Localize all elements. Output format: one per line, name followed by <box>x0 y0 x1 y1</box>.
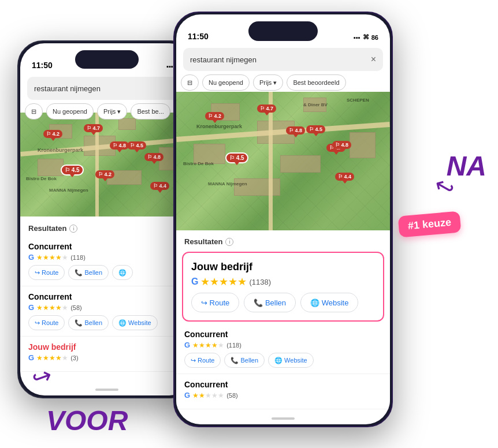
web-btn-1-before[interactable]: 🌐 <box>112 265 133 280</box>
filter-best-label-after: Best beoordeeld <box>293 79 339 86</box>
map-pin-6-before: ⚐ 4.2 <box>95 170 114 178</box>
time-after: 11:50 <box>188 32 209 41</box>
building-4 <box>38 159 64 176</box>
map-pin-1-before: ⚐ 4.2 <box>43 130 62 138</box>
filter-price-label-before: Prijs ▾ <box>103 108 121 115</box>
map-pin-main-before: ⚐ 4.5 <box>61 165 84 176</box>
web-btn-highlighted-after[interactable]: 🌐 Website <box>300 293 358 312</box>
results-info-icon-before: i <box>69 225 77 233</box>
map-after[interactable]: Kronenburgerpark Bistro De Bok & Diner B… <box>176 92 390 230</box>
restaurant-name-3-before: Jouw bedrijf <box>28 342 185 352</box>
phone-after: 11:50 ▪▪▪ ⌘ 86 restaurant nijmegen × ⊟ N… <box>173 12 393 427</box>
search-query-after: restaurant nijmegen <box>190 55 257 64</box>
wifi-icon-after: ⌘ <box>363 33 369 41</box>
filter-open-label-after: Nu geopend <box>209 79 243 86</box>
call-btn-2-before[interactable]: 📞 Bellen <box>68 315 109 330</box>
stars-1-before: ★★★★★ <box>36 253 68 262</box>
route-btn-1-before[interactable]: ↪ Route <box>28 265 65 280</box>
google-logo-2-after: G <box>184 391 190 400</box>
filter-icon-btn-before[interactable]: ⊟ <box>25 103 43 120</box>
search-bar-before[interactable]: restaurant nijmegen <box>27 77 187 100</box>
dynamic-island-after <box>248 21 318 41</box>
map-manna-label-after: MANNA Nijmegen <box>208 181 247 186</box>
stars-highlighted-after: ★★★★★ <box>200 275 247 288</box>
restaurant-name-2-before: Concurrent <box>28 292 185 301</box>
status-icons-after: ▪▪▪ ⌘ 86 <box>354 33 378 41</box>
scene: ↩ VOOR NA ↩ #1 keuze 11:50 ▪▪▪ ⌘ restaur… <box>0 0 498 448</box>
map-schepen-label-after: SCHEPEN <box>347 98 369 103</box>
restaurant-item-2-before: Concurrent G ★★★★★ (58) ↪ Route 📞 Bellen… <box>20 286 194 337</box>
restaurant-item-2-after: Concurrent G ★★★★★ (58) <box>176 374 390 409</box>
restaurant-name-1-before: Concurrent <box>28 242 185 251</box>
google-logo-1-after: G <box>184 341 190 349</box>
map-before[interactable]: Kronenburgerpark Bistro De Bok MANNA Nij… <box>20 113 194 216</box>
rating-count-1-after: (118) <box>226 342 241 349</box>
rating-count-highlighted-after: (1138) <box>249 278 271 286</box>
stars-2-after: ★★★★★ <box>192 391 224 400</box>
map-pin-7-before: ⚐ 4.4 <box>150 182 169 190</box>
rating-row-2-before: G ★★★★★ (58) <box>28 303 185 312</box>
call-btn-1-after[interactable]: 📞 Bellen <box>224 353 265 368</box>
keuze-badge: #1 keuze <box>398 211 462 237</box>
phone-after-inner: 11:50 ▪▪▪ ⌘ 86 restaurant nijmegen × ⊟ N… <box>176 14 390 424</box>
route-btn-highlighted-after[interactable]: ↪ Route <box>191 293 239 312</box>
google-logo-highlighted-after: G <box>191 277 198 287</box>
map-bistro-label-before: Bistro De Bok <box>26 176 57 181</box>
map-pin-3-after: ⚐ 4.8 <box>286 126 305 135</box>
time-before: 11:50 <box>32 61 53 70</box>
google-logo-1-before: G <box>28 253 34 262</box>
google-logo-3-before: G <box>28 353 34 362</box>
road-a-2 <box>269 92 273 230</box>
map-pin-3-before: ⚐ 4.8 <box>110 141 129 150</box>
web-btn-2-before[interactable]: 🌐 Website <box>112 315 158 330</box>
search-bar-after[interactable]: restaurant nijmegen × <box>183 48 383 71</box>
filter-price-after[interactable]: Prijs ▾ <box>253 74 283 91</box>
results-section-before: Resultaten i Concurrent G ★★★★★ (118) ↪ … <box>20 219 194 372</box>
building-a-6 <box>350 132 376 158</box>
map-pin-1-after: ⚐ 4.2 <box>205 112 224 120</box>
highlighted-card-after: Jouw bedrijf G ★★★★★ (1138) ↪ Route 📞 Be… <box>182 252 384 322</box>
search-close-after[interactable]: × <box>371 54 376 65</box>
filter-bar-after: ⊟ Nu geopend Prijs ▾ Best beoordeeld <box>181 74 385 91</box>
filter-bar-before: ⊟ Nu geopend Prijs ▾ Best be... <box>25 103 189 120</box>
results-label-before: Resultaten <box>28 224 66 233</box>
dynamic-island-before <box>75 50 139 69</box>
results-label-after: Resultaten <box>184 237 222 246</box>
map-manna-label-before: MANNA Nijmegen <box>49 188 88 193</box>
filter-open-before[interactable]: Nu geopend <box>46 103 94 120</box>
highlighted-rating-after: G ★★★★★ (1138) <box>191 275 375 288</box>
rating-count-2-after: (58) <box>226 392 238 399</box>
route-btn-2-before[interactable]: ↪ Route <box>28 315 65 330</box>
rating-row-1-after: G ★★★★★ (118) <box>184 341 382 349</box>
swipe-indicator-after <box>272 417 295 420</box>
google-logo-2-before: G <box>28 303 34 312</box>
map-pin-main-after: ⚐ 4.5 <box>225 152 248 163</box>
results-info-icon-after: i <box>225 238 233 246</box>
filter-best-after[interactable]: Best beoordeeld <box>287 74 345 91</box>
map-pin-2-before: ⚐ 4.7 <box>84 124 103 132</box>
map-pin-2-after: ⚐ 4.7 <box>257 104 276 113</box>
route-btn-1-after[interactable]: ↪ Route <box>184 353 221 368</box>
rating-row-3-before: G ★★★★★ (3) <box>28 353 185 362</box>
web-btn-1-after[interactable]: 🌐 Website <box>268 353 314 368</box>
building-3 <box>118 118 136 130</box>
results-section-after: Resultaten i Jouw bedrijf G ★★★★★ (1138)… <box>176 233 390 409</box>
restaurant-name-1-after: Concurrent <box>184 330 382 339</box>
voor-label: VOOR <box>46 405 128 436</box>
signal-icon-before: ▪▪▪ <box>166 63 173 70</box>
stars-2-before: ★★★★★ <box>36 304 68 312</box>
search-query-before: restaurant nijmegen <box>34 84 101 93</box>
filter-open-after[interactable]: Nu geopend <box>202 74 250 91</box>
rating-count-2-before: (58) <box>70 304 82 311</box>
filter-icon-btn-after[interactable]: ⊟ <box>181 74 199 91</box>
signal-icon-after: ▪▪▪ <box>354 34 361 41</box>
filter-best-before[interactable]: Best be... <box>131 103 170 120</box>
building-a-5 <box>280 155 321 173</box>
rating-count-1-before: (118) <box>70 254 86 261</box>
stars-3-before: ★★★★★ <box>36 354 68 362</box>
battery-icon-after: 86 <box>371 34 378 41</box>
call-btn-1-before[interactable]: 📞 Bellen <box>68 265 109 280</box>
restaurant-name-2-after: Concurrent <box>184 380 382 389</box>
filter-price-before[interactable]: Prijs ▾ <box>97 103 127 120</box>
call-btn-highlighted-after[interactable]: 📞 Bellen <box>244 293 296 312</box>
